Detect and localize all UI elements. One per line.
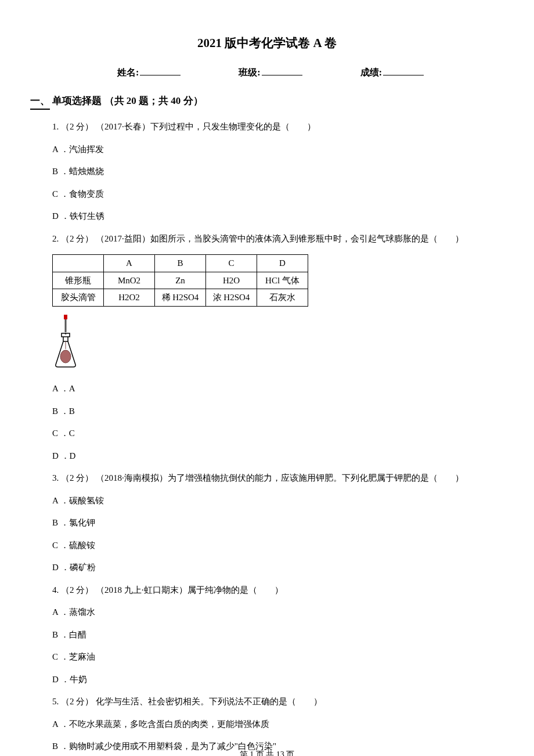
table-cell: Zn (155, 272, 206, 289)
flask-diagram (52, 315, 504, 372)
option-a: A ．汽油挥发 (52, 143, 504, 156)
svg-point-6 (60, 350, 71, 363)
question-2: 2. （2 分） （2017·益阳）如图所示，当胶头滴管中的液体滴入到锥形瓶中时… (52, 232, 504, 463)
section-header: 一、 单项选择题 （共 20 题；共 40 分） (30, 94, 504, 110)
page-title: 2021 版中考化学试卷 A 卷 (30, 35, 504, 51)
score-blank[interactable] (383, 66, 424, 75)
question-stem: 1. （2 分） （2017·长春）下列过程中，只发生物理变化的是（ ） (52, 120, 504, 134)
table-cell: 浓 H2SO4 (206, 289, 257, 307)
page-footer: 第 1 页 共 13 页 (0, 750, 534, 757)
table-header: B (155, 255, 206, 272)
name-blank[interactable] (140, 66, 181, 75)
option-b: B ．白醋 (52, 628, 504, 642)
option-c: C ．C (52, 427, 504, 440)
option-c: C ．芝麻油 (52, 650, 504, 664)
section-title: 单项选择题 (52, 95, 102, 106)
student-info-row: 姓名: 班级: 成绩: (30, 66, 504, 79)
table-row: 胶头滴管 H2O2 稀 H2SO4 浓 H2SO4 石灰水 (53, 289, 308, 307)
table-row: 锥形瓶 MnO2 Zn H2O HCl 气体 (53, 272, 308, 289)
table-header: C (206, 255, 257, 272)
class-blank[interactable] (262, 66, 302, 75)
question-stem: 3. （2 分） （2018·海南模拟）为了增强植物抗倒伏的能力，应该施用钾肥。… (52, 471, 504, 485)
question-1: 1. （2 分） （2017·长春）下列过程中，只发生物理变化的是（ ） A ．… (52, 120, 504, 223)
option-b: B ．蜡烛燃烧 (52, 165, 504, 178)
svg-rect-1 (65, 319, 67, 332)
option-d: D ．牛奶 (52, 673, 504, 686)
table-row: A B C D (53, 255, 308, 272)
table-header: A (104, 255, 155, 272)
question-4: 4. （2 分） （2018 九上·虹口期末）属于纯净物的是（ ） A ．蒸馏水… (52, 584, 504, 686)
reagent-table: A B C D 锥形瓶 MnO2 Zn H2O HCl 气体 胶头滴管 H2O2… (52, 254, 308, 307)
option-c: C ．食物变质 (52, 188, 504, 201)
option-a: A ．蒸馏水 (52, 606, 504, 619)
option-a: A ．碳酸氢铵 (52, 494, 504, 507)
row-label: 胶头滴管 (53, 289, 104, 307)
class-field: 班级: (239, 66, 302, 79)
flask-icon (52, 315, 79, 368)
name-label: 姓名: (117, 67, 139, 79)
table-cell: H2O2 (104, 289, 155, 307)
row-label: 锥形瓶 (53, 272, 104, 289)
option-d: D ．铁钉生锈 (52, 210, 504, 223)
question-stem: 5. （2 分） 化学与生活、社会密切相关。下列说法不正确的是（ ） (52, 695, 504, 708)
option-d: D ．D (52, 449, 504, 463)
question-stem: 2. （2 分） （2017·益阳）如图所示，当胶头滴管中的液体滴入到锥形瓶中时… (52, 232, 504, 246)
question-3: 3. （2 分） （2018·海南模拟）为了增强植物抗倒伏的能力，应该施用钾肥。… (52, 471, 504, 574)
table-cell: 稀 H2SO4 (155, 289, 206, 307)
question-5: 5. （2 分） 化学与生活、社会密切相关。下列说法不正确的是（ ） A ．不吃… (52, 695, 504, 753)
section-number: 一、 (30, 94, 50, 110)
option-b: B ．氯化钾 (52, 516, 504, 530)
option-b: B ．B (52, 405, 504, 418)
table-cell: H2O (206, 272, 257, 289)
table-cell: MnO2 (104, 272, 155, 289)
section-meta: （共 20 题；共 40 分） (104, 95, 203, 106)
score-field: 成绩: (360, 66, 424, 79)
score-label: 成绩: (360, 67, 382, 79)
table-cell: HCl 气体 (257, 272, 308, 289)
svg-rect-0 (64, 315, 67, 319)
table-cell-empty (53, 255, 104, 272)
table-header: D (257, 255, 308, 272)
table-cell: 石灰水 (257, 289, 308, 307)
option-c: C ．硫酸铵 (52, 539, 504, 552)
name-field: 姓名: (117, 66, 181, 79)
question-stem: 4. （2 分） （2018 九上·虹口期末）属于纯净物的是（ ） (52, 584, 504, 597)
class-label: 班级: (239, 67, 260, 79)
option-a: A ．不吃水果蔬菜，多吃含蛋白质的肉类，更能增强体质 (52, 718, 504, 731)
option-a: A ．A (52, 382, 504, 395)
option-d: D ．磷矿粉 (52, 561, 504, 574)
